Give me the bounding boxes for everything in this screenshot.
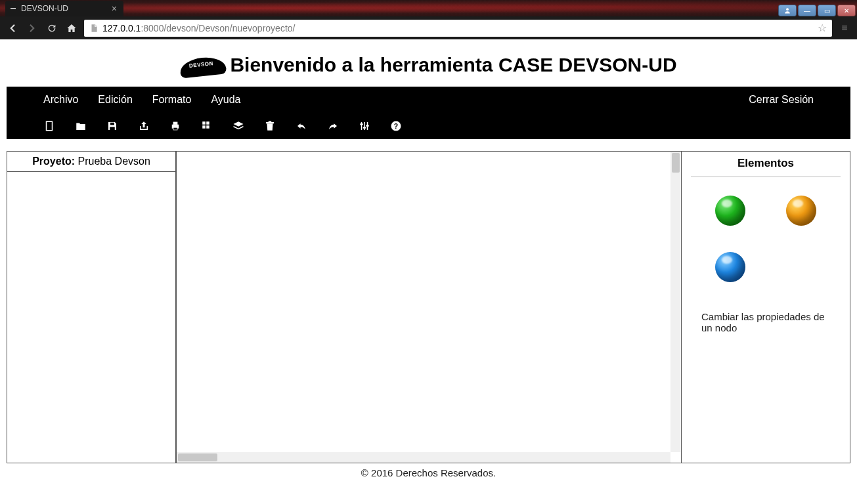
window-user-icon[interactable] [778, 5, 797, 16]
browser-nav-bar: 127.0.0.1:8000/devson/Devson/nuevoproyec… [0, 16, 857, 39]
menu-ayuda[interactable]: Ayuda [211, 94, 240, 106]
redo-icon[interactable] [327, 120, 339, 132]
browser-titlebar: DEVSON-UD × — ▭ ✕ [0, 0, 857, 16]
layers-icon[interactable] [232, 120, 244, 132]
open-folder-icon[interactable] [75, 120, 87, 132]
divider [691, 177, 841, 177]
project-label: Proyeto: [32, 156, 75, 167]
back-icon[interactable] [5, 21, 20, 35]
svg-rect-3 [110, 123, 114, 125]
tab-close-icon[interactable]: × [112, 3, 117, 14]
svg-rect-13 [361, 122, 363, 130]
element-s[interactable] [786, 196, 816, 226]
horizontal-scrollbar[interactable] [177, 452, 670, 463]
share-icon[interactable] [138, 120, 150, 132]
svg-rect-1 [47, 121, 53, 131]
reload-icon[interactable] [45, 21, 59, 35]
print-icon[interactable] [169, 120, 181, 132]
page-header: DEVSON Bienvenido a la herramienta CASE … [0, 50, 857, 87]
elements-panel-title: Elementos [682, 154, 850, 177]
window-controls: — ▭ ✕ [778, 5, 857, 16]
svg-rect-10 [206, 125, 209, 129]
app-menu-bar: Archivo Edición Formato Ayuda Cerrar Ses… [7, 87, 850, 139]
menu-edicion[interactable]: Edición [98, 94, 132, 106]
new-file-icon[interactable] [43, 120, 55, 132]
menu-hamburger-icon[interactable]: ≡ [837, 21, 852, 35]
svg-rect-9 [202, 125, 206, 129]
logo: DEVSON [180, 54, 226, 76]
svg-rect-17 [363, 127, 366, 129]
tab-title: DEVSON-UD [21, 4, 68, 13]
svg-rect-2 [110, 127, 115, 131]
element-note: Cambiar las propiedades de un nodo [701, 308, 830, 333]
elements-panel: Elementos Cambiar las propiedades de un … [682, 152, 850, 463]
page-content: DEVSON Bienvenido a la herramienta CASE … [0, 39, 857, 484]
logout-link[interactable]: Cerrar Sesión [749, 94, 814, 106]
window-minimize-icon[interactable]: — [798, 5, 816, 16]
element-r[interactable] [715, 252, 745, 282]
grid-icon[interactable] [201, 120, 213, 132]
settings-sliders-icon[interactable] [359, 120, 370, 132]
save-icon[interactable] [106, 120, 118, 132]
home-icon[interactable] [64, 21, 79, 35]
svg-rect-11 [266, 122, 274, 123]
menu-archivo[interactable]: Archivo [43, 94, 78, 106]
browser-tab[interactable]: DEVSON-UD × [5, 1, 123, 16]
svg-rect-7 [202, 121, 206, 125]
svg-rect-8 [206, 121, 209, 125]
svg-rect-6 [173, 127, 177, 130]
tab-favicon [11, 8, 16, 9]
delete-icon[interactable] [264, 120, 276, 132]
svg-rect-5 [173, 122, 177, 125]
project-name: Prueba Devson [78, 156, 150, 167]
project-panel-header: Proyeto: Prueba Devson [7, 152, 175, 172]
forward-icon[interactable] [25, 21, 39, 35]
bookmark-star-icon[interactable]: ☆ [818, 22, 827, 34]
window-close-icon[interactable]: ✕ [837, 5, 856, 16]
svg-rect-18 [366, 125, 369, 127]
project-panel: Proyeto: Prueba Devson [7, 152, 177, 463]
url-text: 127.0.0.1:8000/devson/Devson/nuevoproyec… [102, 23, 295, 33]
svg-rect-12 [269, 121, 272, 123]
svg-text:?: ? [394, 122, 398, 130]
menu-formato[interactable]: Formato [152, 94, 192, 106]
element-g[interactable] [715, 196, 745, 226]
workspace: Proyeto: Prueba Devson Elementos Cambiar… [7, 151, 850, 463]
toolbar: ? [7, 113, 850, 139]
undo-icon[interactable] [296, 120, 307, 132]
canvas-area[interactable] [177, 152, 682, 463]
window-maximize-icon[interactable]: ▭ [818, 5, 836, 16]
elements-grid: Cambiar las propiedades de un nodo [682, 196, 850, 333]
help-icon[interactable]: ? [390, 120, 402, 132]
vertical-scrollbar[interactable] [670, 152, 681, 452]
page-icon [89, 24, 99, 33]
svg-rect-16 [360, 123, 363, 125]
page-title: Bienvenido a la herramienta CASE DEVSON-… [230, 54, 676, 76]
menu-top-row: Archivo Edición Formato Ayuda Cerrar Ses… [7, 87, 850, 113]
footer-text: © 2016 Derechos Reservados. [0, 463, 857, 484]
url-bar[interactable]: 127.0.0.1:8000/devson/Devson/nuevoproyec… [84, 20, 832, 37]
svg-point-0 [786, 8, 789, 10]
svg-rect-14 [364, 122, 365, 130]
